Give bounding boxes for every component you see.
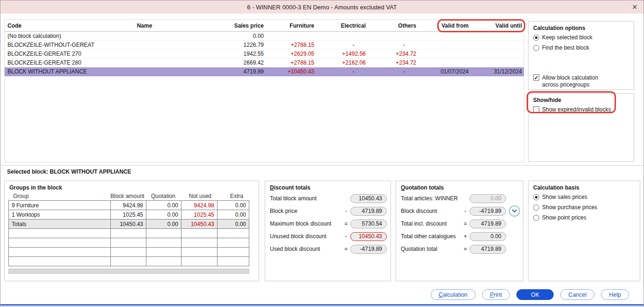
cell-sales-price: 0.00 — [191, 33, 266, 39]
cell-extra: 0.00 — [217, 219, 249, 229]
cell-electrical: +1492.56 — [316, 51, 368, 57]
discount-total-operator: = — [344, 246, 348, 252]
block-table-row[interactable]: (No block calculation)0.00 — [5, 32, 524, 41]
cell-not-used: 1025.45 — [181, 210, 217, 219]
radio-calculation-option-0[interactable]: Keep selected block — [528, 32, 634, 43]
groups-table-row — [9, 238, 249, 248]
cell-group — [9, 229, 111, 238]
quotation-total-operator: = — [463, 220, 468, 227]
quotation-total-row: Total articles: WINNER0.00 — [396, 192, 523, 205]
radio-calculation-basis-label: Show sales prices — [542, 194, 587, 200]
discount-total-row: Block price-4719.89 — [265, 205, 391, 217]
radio-calculation-basis-0[interactable]: Show sales prices — [528, 192, 640, 202]
cancel-button[interactable]: Cancel — [560, 289, 594, 300]
column-header-valid-until: Valid until — [470, 22, 524, 29]
discount-total-value-field: -4719.89 — [350, 245, 387, 254]
discount-total-value-field: 10450.43 — [350, 194, 387, 203]
discount-total-row: Total block amount10450.43 — [265, 192, 391, 205]
groups-table-row — [9, 248, 249, 257]
allow-block-calculation-checkbox[interactable]: ✓ Allow block calculation across pricegr… — [528, 73, 634, 90]
cell-electrical: +2162.06 — [316, 59, 368, 66]
calculation-basis-box: Calculation basis Show sales pricesShow … — [528, 181, 640, 281]
column-header-sales-price: Sales price — [191, 22, 266, 29]
cell-quotation: 0.00 — [146, 219, 181, 229]
cell-not-used — [181, 248, 217, 257]
block-table-row[interactable]: BLOCKZEILE-GEREATE 2802669.42+2788.15+21… — [5, 58, 524, 67]
discount-total-label: Block price — [270, 208, 342, 214]
radio-calculation-option-label: Keep selected block — [542, 34, 592, 41]
cell-not-used — [181, 229, 217, 238]
cell-furniture: +2788.15 — [266, 42, 316, 48]
cell-sales-price: 4719.89 — [191, 68, 266, 75]
quotation-total-label: Total other catalogues — [401, 233, 461, 240]
cell-sales-price: 1942.55 — [191, 51, 266, 57]
print-button[interactable]: Print — [482, 289, 510, 300]
groups-column-not-used: Not used — [181, 193, 217, 199]
discount-total-label: Unused block discount — [270, 233, 342, 240]
calculation-button[interactable]: Calculation — [431, 289, 476, 300]
cell-sales-price: 2669.42 — [191, 59, 266, 66]
quotation-total-operator: = — [463, 246, 468, 252]
cell-quotation — [146, 229, 181, 238]
groups-column-block-amount: Block amount — [110, 193, 146, 199]
quotation-total-value-field: 4719.89 — [470, 245, 506, 254]
show-hide-title: Show/hide — [528, 94, 634, 104]
cell-quotation — [146, 257, 181, 266]
cell-electrical: - — [316, 42, 368, 48]
cell-group: 9 Furniture — [9, 201, 111, 210]
cell-valid-from: 01/07/2024 — [418, 68, 470, 75]
cell-furniture: +10450.43 — [266, 68, 316, 75]
discount-totals-box: Discount totals Total block amount10450.… — [265, 181, 391, 281]
discount-total-row: Unused block discount-10450.43 — [265, 230, 391, 242]
groups-table-scrollbar[interactable] — [8, 269, 249, 274]
block-discount-dropdown-button[interactable] — [509, 205, 520, 217]
column-header-furniture: Furniture — [266, 22, 316, 29]
cell-electrical: - — [316, 68, 368, 75]
cell-others: +234.72 — [368, 59, 418, 66]
groups-column-group: Group — [8, 193, 110, 199]
close-icon[interactable]: ✕ — [632, 0, 637, 14]
cell-extra — [217, 229, 249, 238]
show-expired-blocks-checkbox[interactable]: Show expired/invalid blocks — [528, 104, 634, 115]
column-header-code: Code — [5, 22, 98, 29]
radio-calculation-basis-2[interactable]: Show point prices — [528, 212, 640, 223]
quotation-totals-title: Quotation totals — [396, 181, 523, 192]
groups-table-body: 9 Furniture9424.980.009424.980.001 Workt… — [8, 200, 249, 266]
cell-code: BLOCKZEILE-GEREATE 280 — [5, 59, 98, 66]
radio-calculation-basis-1[interactable]: Show purchase prices — [528, 202, 640, 212]
cell-sales-price: 1226.79 — [191, 42, 266, 48]
discount-total-label: Maximum block discount — [270, 220, 342, 227]
block-table-row[interactable]: BLOCK WITHOUT APPLIANCE4719.89+10450.43-… — [5, 67, 524, 76]
radio-icon — [533, 205, 539, 211]
show-hide-box: Show/hide Show expired/invalid blocks — [528, 93, 634, 162]
column-header-others: Others — [368, 22, 418, 29]
block-table-row[interactable]: BLOCKZEILE-WITHOUT-GEREAT1226.79+2788.15… — [5, 41, 524, 50]
cell-extra — [217, 238, 249, 248]
quotation-totals-rows: Total articles: WINNER0.00Block discount… — [396, 192, 523, 255]
quotation-total-operator: - — [463, 208, 468, 214]
groups-table-row — [9, 257, 249, 266]
cell-extra — [217, 248, 249, 257]
ok-button[interactable]: OK — [516, 289, 554, 300]
cell-group — [9, 238, 111, 248]
calculation-options-box: Calculation options Keep selected blockF… — [528, 21, 634, 90]
block-table-row[interactable]: BLOCKZEILE-GEREATE 2701942.55+2629.05+14… — [5, 50, 524, 58]
cell-code: BLOCK WITHOUT APPLIANCE — [5, 68, 98, 75]
cell-furniture: +2788.15 — [266, 59, 316, 66]
cell-extra: 0.00 — [217, 201, 249, 210]
bottom-accent-line — [0, 304, 644, 306]
quotation-total-row: Block discount--4719.89 — [396, 205, 523, 217]
cell-group: 1 Worktops — [9, 210, 111, 219]
radio-calculation-option-1[interactable]: Find the best block — [528, 43, 634, 53]
checkbox-icon: ✓ — [533, 74, 539, 80]
discount-totals-title: Discount totals — [265, 181, 391, 192]
radio-calculation-basis-label: Show point prices — [542, 214, 586, 221]
radio-icon — [533, 194, 539, 200]
help-button[interactable]: Help — [601, 289, 629, 300]
cell-block-amount — [111, 238, 146, 248]
cell-group — [9, 257, 111, 266]
groups-column-quotation: Quotation — [146, 193, 181, 199]
cell-block-amount — [111, 257, 146, 266]
quotation-total-row: Quotation total=4719.89 — [396, 243, 523, 255]
quotation-total-value-field: 0.00 — [470, 232, 506, 241]
